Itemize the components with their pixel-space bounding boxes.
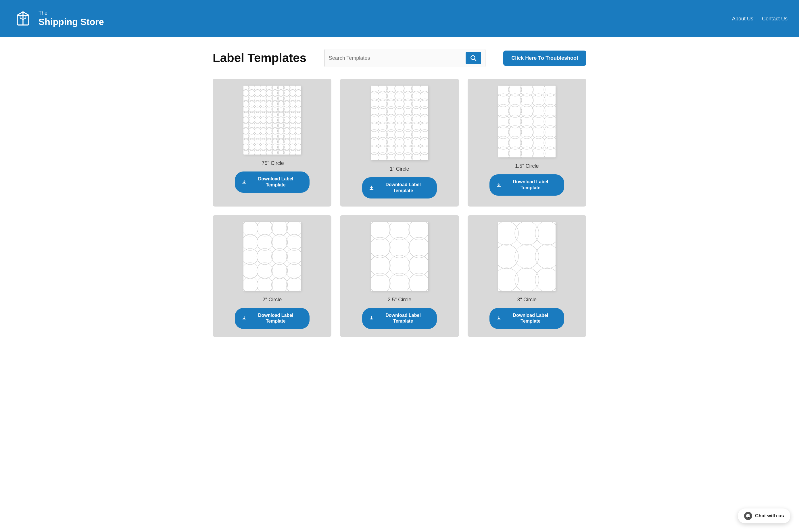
svg-point-141 [411, 86, 421, 93]
logo-area: The Shipping Store [12, 7, 104, 30]
svg-rect-263 [242, 320, 246, 320]
svg-point-223 [508, 115, 522, 128]
svg-point-202 [395, 153, 404, 160]
top-bar: Label Templates Click Here To Troublesho… [213, 49, 586, 67]
template-name: 2" Circle [262, 297, 282, 303]
svg-point-272 [409, 255, 428, 276]
search-icon [470, 55, 477, 61]
svg-point-217 [498, 104, 510, 117]
svg-point-203 [403, 153, 413, 160]
site-header: The Shipping Store About Us Contact Us [0, 0, 799, 37]
svg-point-222 [498, 115, 510, 128]
svg-point-245 [271, 222, 287, 236]
template-card: 1" Circle Download Label Template [340, 79, 459, 207]
download-button[interactable]: Download Label Template [235, 171, 310, 193]
search-wrapper [324, 49, 485, 67]
svg-point-204 [411, 153, 421, 160]
search-area [324, 49, 485, 67]
svg-point-269 [409, 237, 428, 258]
troubleshoot-button[interactable]: Click Here To Troubleshoot [503, 51, 586, 66]
svg-point-231 [544, 126, 556, 139]
svg-point-244 [257, 222, 273, 236]
circle-grid-svg [371, 222, 428, 291]
svg-point-283 [498, 268, 519, 291]
svg-point-255 [243, 263, 258, 279]
svg-point-221 [544, 104, 556, 117]
svg-point-140 [403, 86, 413, 93]
template-name: .75" Circle [260, 160, 284, 166]
template-name: 3" Circle [517, 297, 537, 303]
svg-point-279 [535, 222, 556, 245]
svg-point-257 [271, 263, 287, 279]
svg-rect-135 [242, 184, 246, 184]
svg-point-226 [544, 115, 556, 128]
svg-point-210 [532, 86, 545, 96]
download-button[interactable]: Download Label Template [489, 308, 564, 329]
svg-point-212 [498, 94, 510, 107]
svg-point-227 [498, 126, 510, 139]
download-button[interactable]: Download Label Template [489, 174, 564, 196]
svg-point-230 [532, 126, 545, 139]
download-icon [369, 316, 374, 321]
svg-point-201 [386, 153, 396, 160]
template-card: .75" Circle Download Label Template [213, 79, 331, 207]
svg-point-236 [544, 136, 556, 149]
svg-point-219 [520, 104, 534, 117]
template-card: 2" Circle Download Label Template [213, 215, 331, 337]
svg-point-138 [386, 86, 396, 93]
svg-rect-276 [370, 320, 373, 320]
svg-point-282 [535, 245, 556, 269]
circle-grid-svg [243, 86, 301, 154]
svg-point-137 [378, 86, 387, 93]
svg-point-260 [257, 277, 273, 291]
nav: About Us Contact Us [732, 16, 787, 22]
svg-point-209 [520, 86, 534, 96]
svg-point-225 [532, 115, 545, 128]
svg-point-280 [498, 245, 519, 269]
svg-point-268 [389, 237, 410, 258]
template-name: 2.5" Circle [388, 297, 411, 303]
main-content: Label Templates Click Here To Troublesho… [198, 37, 601, 354]
search-button[interactable] [466, 52, 481, 64]
svg-point-224 [520, 115, 534, 128]
download-button[interactable]: Download Label Template [362, 308, 437, 329]
svg-point-208 [508, 86, 522, 96]
template-name: 1" Circle [390, 166, 409, 172]
about-us-link[interactable]: About Us [732, 16, 753, 22]
svg-point-233 [508, 136, 522, 149]
svg-point-258 [286, 263, 301, 279]
svg-point-200 [378, 153, 387, 160]
search-input[interactable] [329, 55, 466, 61]
svg-point-232 [498, 136, 510, 149]
svg-point-271 [389, 255, 410, 276]
download-icon [496, 183, 501, 188]
svg-point-253 [271, 248, 287, 265]
download-icon [242, 179, 247, 185]
svg-point-228 [508, 126, 522, 139]
svg-point-251 [243, 248, 258, 265]
download-button[interactable]: Download Label Template [362, 177, 437, 198]
download-button[interactable]: Download Label Template [235, 308, 310, 329]
svg-point-234 [520, 136, 534, 149]
circle-grid-svg [498, 86, 556, 157]
svg-point-216 [544, 94, 556, 107]
svg-point-214 [520, 94, 534, 107]
svg-point-240 [532, 147, 545, 157]
circle-grid-svg [243, 222, 301, 291]
svg-point-248 [257, 234, 273, 250]
template-card: 3" Circle Download Label Template [468, 215, 586, 337]
svg-point-246 [286, 222, 301, 236]
svg-point-238 [508, 147, 522, 157]
template-card: 1.5" Circle Download Label Template [468, 79, 586, 207]
svg-point-247 [243, 234, 258, 250]
contact-us-link[interactable]: Contact Us [762, 16, 787, 22]
logo-icon [12, 7, 35, 30]
svg-point-256 [257, 263, 273, 279]
circle-grid-svg [371, 86, 428, 160]
template-card: 2.5" Circle Download Label Template [340, 215, 459, 337]
svg-point-254 [286, 248, 301, 265]
svg-point-249 [271, 234, 287, 250]
svg-line-4 [474, 59, 476, 61]
svg-point-220 [532, 104, 545, 117]
download-icon [496, 316, 501, 321]
